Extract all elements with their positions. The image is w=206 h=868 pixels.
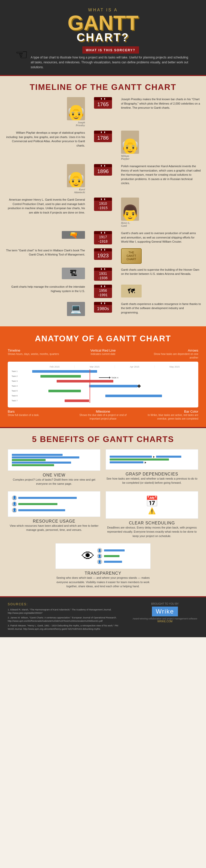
cal-1956: 1956-1991 [94, 285, 112, 298]
anatomy-label-barcolor: Bar Color In Wrike, blue tasks are activ… [145, 409, 198, 421]
timeline-event-1896: 👴 KarolAdamiecki 1896 Polish management … [0, 164, 206, 194]
vertical-red-line [90, 369, 90, 403]
deps-gantt-icon [110, 455, 194, 464]
anatomy-label-bars: Bars Show full duration of a task. [8, 409, 61, 421]
clear-scheduling-title: CLEAR SCHEDULING [106, 521, 198, 525]
gantt-row-4: Task 4 [11, 384, 195, 388]
transparency-gantt: 👤 👤 👤 [97, 547, 125, 565]
header-description: A type of bar chart to illustrate how lo… [31, 55, 191, 70]
timeline-title: TIMELINE OF THE GANTT CHART [0, 83, 206, 92]
warning-icon: ⚠️ [148, 507, 156, 515]
cal-1931: 1931-1936 [94, 268, 112, 281]
eye-icon: 👁 [82, 549, 95, 563]
event-1910-text: American engineer Henry L. Gantt invents… [5, 197, 85, 215]
anatomy-label-redline: Vertical Red Line Indicates current date [76, 348, 130, 360]
cal-1910: 1910-1915 [94, 197, 112, 211]
bar-green-1 [40, 375, 81, 378]
resource-usage-icon-area: 👤 👤 👤 [8, 491, 100, 517]
gantt-portrait: 👨 [121, 197, 139, 221]
milestone-diamond [137, 384, 141, 388]
playfair-name: WilliamPlayfair [121, 155, 201, 160]
gantt-row-3: Task 3 [11, 379, 195, 383]
clear-scheduling-icon-area: 📅 ⚠️ [106, 491, 198, 519]
bar-red-1 [57, 380, 113, 382]
wrike-tagline: Award-winning collaboration and project … [132, 617, 198, 620]
cal-1923: 1923 [94, 248, 112, 260]
benefits-section: 5 BENEFITS OF GANTT CHARTS [0, 428, 206, 596]
gantt-name: Henry L.Gantt [121, 221, 201, 227]
anatomy-title: ANATOMY OF A GANTT CHART [0, 334, 206, 343]
gantt-row-5: Task 5 [11, 389, 195, 393]
source-1: 1. Edward R. Marsh, "The Harmonogram of … [8, 608, 122, 615]
sources-title: SOURCES: [8, 602, 122, 606]
sorcery-label: WHAT IS THIS SORCERY? [86, 49, 135, 52]
anatomy-label-timeline: Timeline Shows hours, days, weeks, month… [8, 348, 61, 360]
clear-scheduling-desc: Deadlines are obvious. Every delay moves… [106, 525, 198, 538]
transparency-title: TRANSPARENCY [55, 571, 151, 576]
usa-map-image: 🗺 [121, 285, 142, 298]
cal-1786: 1786 [94, 131, 112, 142]
event-1786-text: William Playfair develops a range of sta… [5, 131, 85, 148]
event-1956-text: Gantt charts help manage the constructio… [5, 285, 85, 293]
header-section: WHAT IS A GANTT CHART? ☞ WHAT IS THIS SO… [0, 0, 206, 75]
playfair-portrait: 👴 [121, 131, 139, 154]
benefits-title: 5 BENEFITS OF GANTT CHARTS [0, 435, 206, 444]
anatomy-content: Timeline Shows hours, days, weeks, month… [0, 348, 206, 421]
timeline-event-1765: 👴 JosephPriestley 1765 Joseph Priestley … [0, 97, 206, 127]
anatomy-label-milestone: Milestone Shows the due date of a projec… [76, 409, 130, 421]
event-1923-text: The term "Gantt chart" is first used in … [5, 248, 85, 257]
priestley-portrait: 👴 [67, 97, 85, 120]
gun-image: 🔫 [62, 231, 85, 239]
source-3: 3. Patrick Weaver, "Henry L. Gantt, 1861… [8, 624, 122, 631]
gantt-visualization: Feb 2015 Mar 2015 Apr 2015 May 2015 Task… [8, 362, 198, 407]
brought-by-text: BROUGHT TO YOU BY [132, 602, 198, 605]
benefit-one-view: ONE VIEW Complex project? Lots of tasks?… [8, 449, 100, 486]
event-1765-text: Joseph Priestley makes the first known b… [121, 97, 201, 110]
bar-red-2 [65, 400, 89, 402]
adamiecki-portrait: 👴 [67, 164, 85, 187]
cal-1896: 1896 [94, 164, 112, 176]
benefit-resource-usage: 👤 👤 👤 [8, 491, 100, 538]
timeline-event-1910: American engineer Henry L. Gantt invents… [0, 197, 206, 227]
sources-column: SOURCES: 1. Edward R. Marsh, "The Harmon… [8, 602, 122, 632]
transparency-desc: Seeing who does which task — and where y… [55, 576, 151, 589]
anatomy-label-arrows: Arrows Show how tasks are dependent on o… [145, 348, 198, 360]
computer-image: 💻 [67, 302, 85, 316]
adamiecki-name: KarolAdamiecki [74, 188, 85, 194]
resource-usage-desc: View which resources have been allocated… [8, 524, 100, 532]
dam-image: 🏗 [62, 268, 85, 279]
dependency-arrow: TASK 4 [99, 377, 118, 379]
timeline-event-1956: Gantt charts help manage the constructio… [0, 285, 206, 298]
benefit-grasp-deps: GRASP DEPENDENCIES See how tasks are rel… [106, 449, 198, 486]
gantt-row-6: Task 6 [11, 394, 195, 398]
grasp-deps-desc: See how tasks are related, and whether a… [106, 476, 198, 485]
one-view-desc: Complex project? Lots of tasks? Distill … [8, 477, 100, 486]
event-1980s-text: Gantt charts experience a sudden resurge… [121, 302, 201, 315]
timeline-event-1931: 🏗 1931-1936 Gantt charts used to supervi… [0, 268, 206, 281]
wrike-column: BROUGHT TO YOU BY Wrike Award-winning co… [132, 602, 198, 623]
wrike-logo: Wrike [152, 607, 178, 616]
book-image: THEGANTTCHART [121, 248, 142, 264]
pointing-finger-icon: ☞ [15, 46, 28, 63]
one-view-gantt-icon [12, 453, 96, 467]
source-2: 2. James M. Wilson, "Gantt Charts: A cen… [8, 616, 122, 623]
footer-grid: SOURCES: 1. Edward R. Marsh, "The Harmon… [8, 602, 198, 632]
gantt-row-1: Task 1 [11, 369, 195, 373]
bar-blue-2 [89, 385, 138, 388]
timeline-event-1980s: 💻 1980s Gantt charts experience a sudden… [0, 302, 206, 316]
benefits-grid: ONE VIEW Complex project? Lots of tasks?… [0, 449, 206, 589]
event-1917-text: Gantt's charts are used to oversee produ… [121, 231, 201, 244]
resource-icon: 👤 👤 👤 [12, 495, 96, 513]
bar-blue-3 [105, 395, 162, 397]
timeline-event-1923: The term "Gantt chart" is first used in … [0, 248, 206, 264]
timeline-event-1917: 🔫 1917-1918 Gantt's charts are used to o… [0, 231, 206, 244]
cal-1980s: 1980s [94, 302, 112, 313]
one-view-icon-area [8, 449, 100, 471]
cal-1765: 1765 [94, 97, 112, 109]
bar-blue-1 [32, 370, 97, 373]
wrike-url[interactable]: WRIKE.COM [132, 620, 198, 623]
grasp-deps-title: GRASP DEPENDENCIES [106, 472, 198, 476]
priestley-name: JosephPriestley [76, 121, 85, 127]
one-view-title: ONE VIEW [8, 473, 100, 477]
scheduling-icon: 📅 ⚠️ [145, 495, 158, 515]
